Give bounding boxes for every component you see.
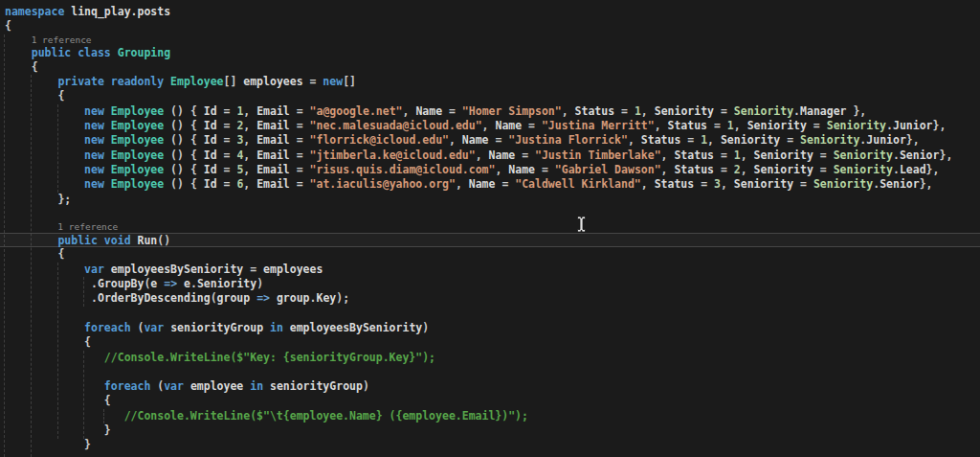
code-token: "Gabriel Dawson" bbox=[555, 163, 661, 176]
code-token: Id bbox=[204, 163, 217, 176]
code-area: namespace linq_play.posts{1 reference pu… bbox=[0, 0, 980, 453]
code-token: "florrick@icloud.edu" bbox=[310, 133, 449, 147]
codelens-references[interactable]: 1 reference bbox=[0, 221, 980, 233]
employee-code-line[interactable]: new Employee () { Id = 5, Email = "risus… bbox=[0, 163, 980, 177]
code-line[interactable]: { bbox=[0, 19, 980, 34]
code-token: = bbox=[780, 133, 800, 147]
code-token: { bbox=[57, 89, 64, 103]
code-token: ); bbox=[336, 291, 349, 305]
code-token: , bbox=[661, 149, 675, 162]
code-token: , bbox=[661, 163, 675, 176]
code-token: Email bbox=[256, 119, 290, 132]
code-token: } bbox=[84, 438, 91, 451]
code-token: Seniority bbox=[754, 149, 813, 162]
code-token: Employee bbox=[170, 75, 223, 88]
code-line[interactable]: } bbox=[0, 438, 980, 452]
code-token: new bbox=[84, 177, 111, 191]
code-token: = bbox=[217, 133, 237, 147]
code-token: Key bbox=[316, 291, 336, 305]
code-token bbox=[5, 394, 104, 407]
code-token: "Justina Florrick" bbox=[508, 133, 628, 147]
code-line[interactable]: { bbox=[0, 394, 980, 408]
code-token: () { bbox=[164, 163, 204, 176]
codelens-references[interactable]: 1 reference bbox=[0, 34, 980, 46]
code-token: = bbox=[217, 104, 237, 118]
code-token: , bbox=[449, 133, 462, 147]
code-line[interactable]: var employeesBySeniority = employees bbox=[0, 263, 980, 277]
code-token: Status bbox=[674, 163, 714, 176]
code-line[interactable]: namespace linq_play.posts bbox=[0, 5, 980, 19]
code-line[interactable]: foreach (var seniorityGroup in employees… bbox=[0, 321, 980, 335]
code-token: 1 bbox=[635, 104, 641, 118]
code-token: 2 bbox=[734, 163, 741, 176]
code-token: Junior bbox=[866, 133, 906, 147]
code-line[interactable]: public class Grouping bbox=[0, 46, 980, 60]
employee-code-line[interactable]: new Employee () { Id = 6, Email = "at.ia… bbox=[0, 177, 980, 192]
code-line[interactable]: { bbox=[0, 335, 980, 350]
code-token: }, bbox=[939, 149, 952, 162]
code-token: = bbox=[290, 163, 310, 176]
code-token: () bbox=[157, 234, 170, 247]
code-token: Email bbox=[256, 133, 290, 147]
code-token: = bbox=[303, 75, 323, 88]
code-token: . bbox=[893, 163, 900, 176]
code-token: . bbox=[91, 277, 98, 290]
blank-line[interactable] bbox=[0, 207, 980, 221]
blank-line[interactable] bbox=[0, 307, 980, 321]
code-token: Seniority bbox=[813, 177, 873, 191]
code-line[interactable]: { bbox=[0, 89, 980, 103]
code-line[interactable]: { bbox=[0, 60, 980, 75]
code-token: = bbox=[290, 119, 310, 132]
code-token: }, bbox=[920, 177, 933, 191]
code-line[interactable]: private readonly Employee[] employees = … bbox=[0, 75, 980, 89]
code-token: Employee bbox=[111, 149, 164, 162]
current-code-line[interactable]: public void Run() bbox=[0, 233, 980, 247]
code-token bbox=[5, 177, 84, 191]
code-token: Employee bbox=[111, 163, 164, 176]
code-token: foreach bbox=[104, 379, 150, 393]
code-token: = bbox=[290, 133, 310, 147]
code-token: }; bbox=[57, 193, 71, 206]
code-token: Status bbox=[641, 133, 681, 147]
code-token bbox=[5, 234, 57, 247]
code-token bbox=[5, 75, 57, 88]
code-line[interactable]: //Console.WriteLine($"\t{employee.Name} … bbox=[0, 409, 980, 423]
code-token: => bbox=[157, 277, 184, 290]
code-token: . bbox=[886, 119, 893, 132]
comment-token: //Console.WriteLine($"\t{employee.Name} … bbox=[124, 409, 528, 423]
code-line[interactable]: } bbox=[0, 423, 980, 438]
code-token: ) bbox=[256, 277, 263, 290]
code-token: Id bbox=[204, 149, 217, 162]
code-line[interactable]: //Console.WriteLine($"Key: {seniorityGro… bbox=[0, 351, 980, 365]
code-token: { bbox=[5, 19, 11, 33]
code-token: Status bbox=[575, 104, 615, 118]
code-line[interactable]: foreach (var employee in seniorityGroup) bbox=[0, 379, 980, 394]
code-token: , bbox=[721, 177, 734, 191]
code-token: Name bbox=[489, 149, 516, 162]
employee-code-line[interactable]: new Employee () { Id = 2, Email = "nec.m… bbox=[0, 119, 980, 133]
code-token: Employee bbox=[111, 177, 164, 191]
code-line[interactable]: }; bbox=[0, 193, 980, 207]
code-token: Id bbox=[204, 133, 217, 147]
code-token: = bbox=[813, 163, 834, 176]
code-token: var bbox=[164, 379, 190, 393]
employee-code-line[interactable]: new Employee () { Id = 3, Email = "florr… bbox=[0, 133, 980, 148]
code-token: = bbox=[290, 104, 310, 118]
code-token: private readonly bbox=[57, 75, 170, 88]
code-token: , bbox=[456, 177, 469, 191]
code-token: } bbox=[104, 423, 111, 437]
code-line[interactable]: .GroupBy(e => e.Seniority) bbox=[0, 277, 980, 291]
code-token: "Homer Simpson" bbox=[462, 104, 562, 118]
code-token: = bbox=[489, 133, 509, 147]
code-token: Employee bbox=[111, 104, 164, 118]
code-editor[interactable]: namespace linq_play.posts{1 reference pu… bbox=[0, 0, 980, 457]
code-token: = bbox=[217, 149, 237, 162]
blank-line[interactable] bbox=[0, 365, 980, 379]
employee-code-line[interactable]: new Employee () { Id = 4, Email = "jtimb… bbox=[0, 149, 980, 163]
code-token: , bbox=[243, 133, 256, 147]
code-line[interactable]: { bbox=[0, 247, 980, 262]
employee-code-line[interactable]: new Employee () { Id = 1, Email = "a@goo… bbox=[0, 104, 980, 119]
code-line[interactable]: .OrderByDescending(group => group.Key); bbox=[0, 291, 980, 306]
code-token: ) bbox=[363, 379, 369, 393]
code-token: new bbox=[323, 75, 343, 88]
